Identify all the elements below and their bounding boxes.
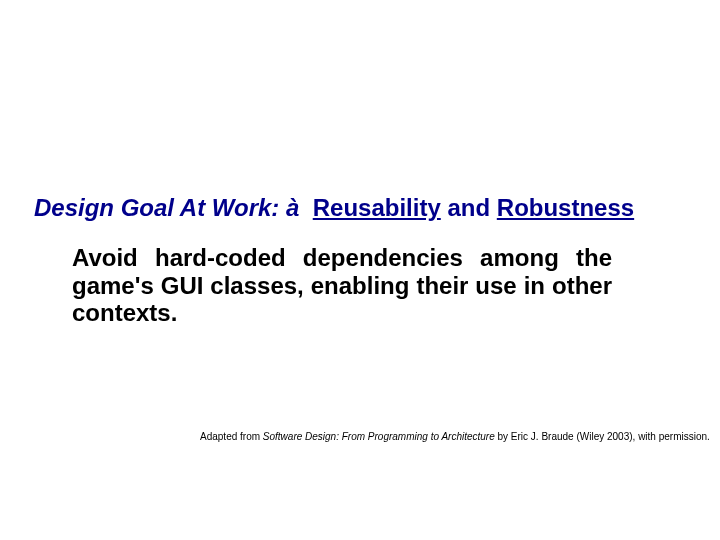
keyword-robustness: Robustness	[497, 194, 634, 221]
credit-lead: Adapted from	[200, 431, 263, 442]
body-text: Avoid hard-coded dependencies among the …	[72, 244, 612, 327]
credit-tail: by Eric J. Braude (Wiley 2003), with per…	[495, 431, 710, 442]
credit-line: Adapted from Software Design: From Progr…	[200, 431, 702, 442]
slide: Design Goal At Work: à Reusability and R…	[0, 0, 720, 540]
headline-join: and	[447, 194, 490, 221]
headline-prefix: Design Goal At Work:	[34, 194, 279, 221]
headline: Design Goal At Work: à Reusability and R…	[34, 194, 720, 222]
keyword-reusability: Reusability	[313, 194, 441, 221]
arrow-icon: à	[286, 194, 299, 221]
credit-book-title: Software Design: From Programming to Arc…	[263, 431, 495, 442]
